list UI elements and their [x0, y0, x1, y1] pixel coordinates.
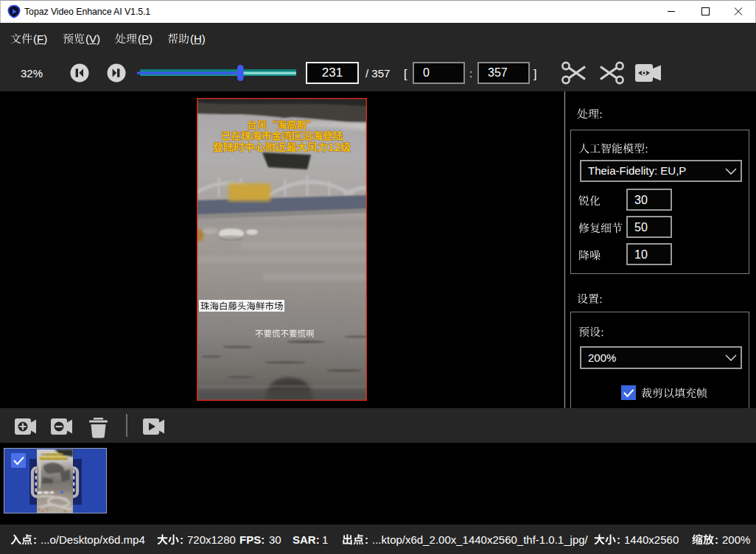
- svg-text:(V): (V): [85, 32, 100, 45]
- svg-text:1: 1: [322, 533, 328, 546]
- svg-text:30: 30: [634, 194, 648, 206]
- svg-text:/ 357: / 357: [365, 67, 390, 80]
- svg-text:SAR:: SAR:: [293, 533, 320, 546]
- svg-text:[: [: [404, 68, 407, 80]
- svg-text:...ktop/x6d_2.00x_1440x2560_th: ...ktop/x6d_2.00x_1440x2560_thf-1.0.1_jp…: [372, 533, 589, 546]
- svg-text:(P): (P): [138, 32, 153, 45]
- svg-text:200%: 200%: [722, 533, 750, 546]
- svg-text:Theia-Fidelity: EU,P: Theia-Fidelity: EU,P: [588, 164, 686, 177]
- svg-text::: :: [469, 67, 472, 80]
- svg-text:1440x2560: 1440x2560: [624, 533, 679, 546]
- svg-text:10: 10: [634, 248, 648, 261]
- svg-text:50: 50: [634, 221, 648, 234]
- svg-text::: :: [33, 533, 37, 546]
- svg-text:(F): (F): [33, 32, 47, 45]
- svg-text::: :: [715, 533, 718, 546]
- svg-text:200%: 200%: [588, 351, 616, 364]
- svg-text:30: 30: [269, 533, 281, 546]
- svg-text::: :: [365, 533, 368, 546]
- svg-text:32%: 32%: [21, 67, 43, 80]
- svg-text:FPS:: FPS:: [239, 533, 265, 546]
- svg-text:720x1280: 720x1280: [187, 533, 236, 546]
- svg-text:]: ]: [533, 68, 536, 80]
- svg-text::: :: [180, 533, 183, 546]
- svg-text::: :: [617, 533, 620, 546]
- svg-text:(H): (H): [190, 32, 206, 45]
- svg-text:...o/Desktop/x6d.mp4: ...o/Desktop/x6d.mp4: [41, 533, 145, 546]
